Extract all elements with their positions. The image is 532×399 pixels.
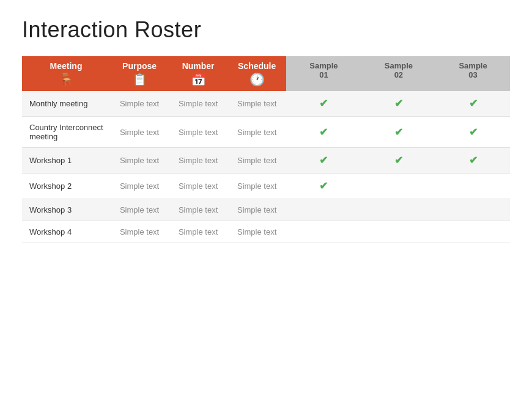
- cell-purpose: Simple text: [110, 91, 169, 117]
- cell-meeting: Workshop 3: [22, 199, 110, 221]
- header-sample1: Sample01: [286, 56, 361, 91]
- cell-purpose: Simple text: [110, 199, 169, 221]
- table-body: Monthly meetingSimple textSimple textSim…: [22, 91, 510, 243]
- interaction-roster-table: Meeting 🪑 Purpose 📋 Number 📅 Schedule 🕐 …: [22, 56, 510, 243]
- cell-s3: ✔: [436, 117, 510, 148]
- page: Interaction Roster Meeting 🪑 Purpose 📋: [0, 0, 532, 399]
- cell-schedule: Simple text: [227, 199, 286, 221]
- cell-s1: ✔: [286, 148, 361, 174]
- cell-s2: [361, 199, 436, 221]
- cell-s3: ✔: [436, 91, 510, 117]
- table-row: Workshop 3Simple textSimple textSimple t…: [22, 199, 510, 221]
- checkmark-icon: ✔: [469, 155, 478, 166]
- checkmark-icon: ✔: [319, 126, 328, 138]
- meeting-icon: 🪑: [24, 73, 108, 86]
- cell-s3: [436, 199, 510, 221]
- cell-purpose: Simple text: [110, 148, 169, 174]
- cell-meeting: Workshop 4: [22, 221, 110, 243]
- cell-s2: ✔: [361, 117, 436, 148]
- cell-purpose: Simple text: [110, 221, 169, 243]
- cell-s1: ✔: [286, 174, 361, 199]
- table-row: Workshop 1Simple textSimple textSimple t…: [22, 148, 510, 174]
- header-number: Number 📅: [169, 56, 227, 91]
- cell-s3: ✔: [436, 148, 510, 174]
- cell-s2: [361, 221, 436, 243]
- cell-meeting: Workshop 2: [22, 174, 110, 199]
- cell-schedule: Simple text: [227, 117, 286, 148]
- cell-number: Simple text: [169, 221, 227, 243]
- header-schedule: Schedule 🕐: [227, 56, 286, 91]
- cell-purpose: Simple text: [110, 117, 169, 148]
- purpose-icon: 📋: [113, 73, 166, 86]
- cell-s2: ✔: [361, 91, 436, 117]
- cell-s2: ✔: [361, 148, 436, 174]
- checkmark-icon: ✔: [394, 155, 403, 166]
- checkmark-icon: ✔: [319, 155, 328, 166]
- cell-s3: [436, 221, 510, 243]
- cell-schedule: Simple text: [227, 91, 286, 117]
- checkmark-icon: ✔: [469, 126, 478, 138]
- cell-number: Simple text: [169, 199, 227, 221]
- checkmark-icon: ✔: [394, 98, 403, 109]
- cell-s1: [286, 199, 361, 221]
- cell-s1: ✔: [286, 91, 361, 117]
- cell-number: Simple text: [169, 117, 227, 148]
- table-header: Meeting 🪑 Purpose 📋 Number 📅 Schedule 🕐 …: [22, 56, 510, 91]
- checkmark-icon: ✔: [469, 98, 478, 109]
- cell-purpose: Simple text: [110, 174, 169, 199]
- cell-schedule: Simple text: [227, 174, 286, 199]
- header-purpose: Purpose 📋: [110, 56, 169, 91]
- cell-number: Simple text: [169, 91, 227, 117]
- cell-meeting: Country Interconnect meeting: [22, 117, 110, 148]
- cell-schedule: Simple text: [227, 148, 286, 174]
- header-sample2: Sample02: [361, 56, 436, 91]
- schedule-icon: 🕐: [230, 73, 284, 86]
- cell-s3: [436, 174, 510, 199]
- cell-s1: ✔: [286, 117, 361, 148]
- cell-s1: [286, 221, 361, 243]
- checkmark-icon: ✔: [319, 180, 328, 192]
- header-meeting: Meeting 🪑: [22, 56, 110, 91]
- table-row: Workshop 2Simple textSimple textSimple t…: [22, 174, 510, 199]
- cell-s2: [361, 174, 436, 199]
- cell-number: Simple text: [169, 148, 227, 174]
- checkmark-icon: ✔: [319, 98, 328, 109]
- table-row: Country Interconnect meetingSimple textS…: [22, 117, 510, 148]
- cell-number: Simple text: [169, 174, 227, 199]
- table-row: Workshop 4Simple textSimple textSimple t…: [22, 221, 510, 243]
- cell-schedule: Simple text: [227, 221, 286, 243]
- page-title: Interaction Roster: [22, 17, 510, 43]
- number-icon: 📅: [171, 73, 225, 86]
- table-row: Monthly meetingSimple textSimple textSim…: [22, 91, 510, 117]
- checkmark-icon: ✔: [394, 126, 403, 138]
- cell-meeting: Workshop 1: [22, 148, 110, 174]
- header-sample3: Sample03: [436, 56, 510, 91]
- cell-meeting: Monthly meeting: [22, 91, 110, 117]
